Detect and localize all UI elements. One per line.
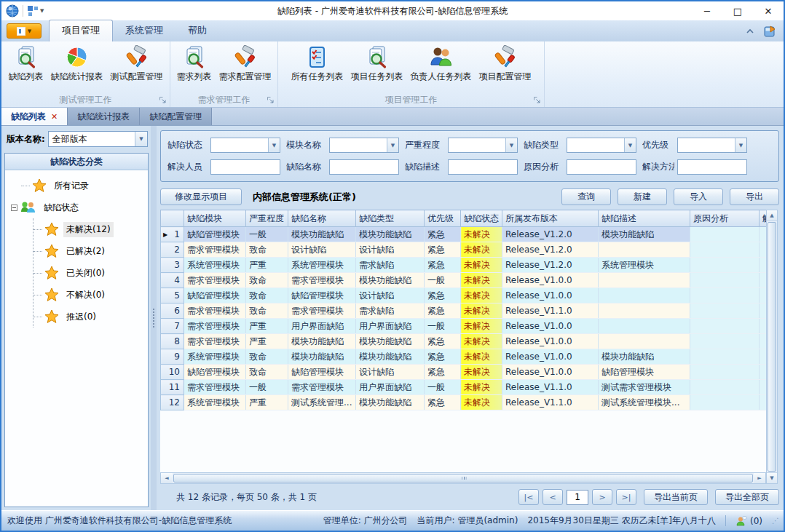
chevron-down-icon[interactable]: ▼ xyxy=(387,138,398,152)
tree-item-postponed[interactable]: 推迟(0) xyxy=(33,306,148,327)
table-row[interactable]: ▶8 需求管理模块 严重 模块功能缺陷 模块功能缺陷 紧急 未解决 Releas… xyxy=(161,334,767,349)
cell-module[interactable]: 系统管理模块 xyxy=(184,395,246,410)
cell-description[interactable] xyxy=(599,334,690,349)
cell-release[interactable]: Release_V1.0.0 xyxy=(502,273,599,288)
cell-name[interactable]: 模块功能缺陷 xyxy=(288,227,356,242)
vertical-scroll-thumb[interactable] xyxy=(768,222,776,472)
cell-cause[interactable] xyxy=(690,334,760,349)
cell-severity[interactable]: 致命 xyxy=(246,273,288,288)
cell-description[interactable] xyxy=(599,319,690,334)
cell-release[interactable]: Release_V1.0.0 xyxy=(502,334,599,349)
horizontal-scroll-thumb[interactable] xyxy=(173,474,753,483)
close-tab-icon[interactable]: ✕ xyxy=(51,112,58,122)
cell-module[interactable]: 缺陷管理模块 xyxy=(184,227,246,242)
cell-release[interactable]: Release_V1.0.0 xyxy=(502,288,599,303)
cell-status[interactable]: 未解决 xyxy=(461,365,502,380)
table-row[interactable]: ▶5 缺陷管理模块 致命 缺陷管理模块 设计缺陷 紧急 未解决 Release_… xyxy=(161,288,767,303)
table-row[interactable]: ▶3 系统管理模块 严重 系统管理模块 需求缺陷 紧急 未解决 Release_… xyxy=(161,258,767,273)
severity-select[interactable]: ▼ xyxy=(448,138,518,153)
solution-input[interactable] xyxy=(677,159,747,175)
cause-analysis-input[interactable] xyxy=(567,159,636,175)
tree-item-wont-fix[interactable]: 不解决(0) xyxy=(33,284,148,306)
resolver-input[interactable] xyxy=(210,159,280,175)
cell-priority[interactable]: 紧急 xyxy=(425,258,461,273)
cell-description[interactable] xyxy=(599,273,690,288)
dialog-launcher-icon[interactable] xyxy=(267,96,275,104)
row-number-cell[interactable]: ▶5 xyxy=(161,288,184,303)
cell-solution[interactable] xyxy=(760,380,767,395)
cell-type[interactable]: 模块功能缺陷 xyxy=(356,395,425,410)
cell-type[interactable]: 设计缺陷 xyxy=(356,365,425,380)
cell-description[interactable] xyxy=(599,303,690,319)
table-row[interactable]: ▶1 缺陷管理模块 一般 模块功能缺陷 模块功能缺陷 紧急 未解决 Releas… xyxy=(161,227,767,242)
cell-module[interactable]: 系统管理模块 xyxy=(184,349,246,365)
cell-priority[interactable]: 紧急 xyxy=(425,334,461,349)
quick-access-caret-icon[interactable]: ▼ xyxy=(40,8,44,14)
cell-solution[interactable] xyxy=(760,242,767,258)
import-button[interactable]: 导入 xyxy=(674,188,723,205)
cell-cause[interactable] xyxy=(690,227,760,242)
cell-type[interactable]: 需求缺陷 xyxy=(356,258,425,273)
col-header-severity[interactable]: 严重程度 xyxy=(246,210,288,227)
cell-type[interactable]: 用户界面缺陷 xyxy=(356,319,425,334)
cell-module[interactable]: 需求管理模块 xyxy=(184,273,246,288)
cell-module[interactable]: 需求管理模块 xyxy=(184,242,246,258)
tree-item-closed[interactable]: 已关闭(0) xyxy=(33,262,148,284)
cell-type[interactable]: 需求缺陷 xyxy=(356,303,425,319)
tree-item-resolved[interactable]: 已解决(2) xyxy=(33,240,148,262)
cell-cause[interactable] xyxy=(690,258,760,273)
cell-module[interactable]: 需求管理模块 xyxy=(184,303,246,319)
cell-solution[interactable] xyxy=(760,303,767,319)
resize-grip-icon[interactable]: ⋰ xyxy=(772,517,778,525)
cell-status[interactable]: 未解决 xyxy=(461,395,502,410)
export-current-page-button[interactable]: 导出当前页 xyxy=(644,489,708,505)
maximize-button[interactable]: □ xyxy=(722,1,753,20)
cell-type[interactable]: 模块功能缺陷 xyxy=(356,349,425,365)
cell-solution[interactable] xyxy=(760,227,767,242)
table-row[interactable]: ▶2 需求管理模块 致命 设计缺陷 设计缺陷 紧急 未解决 Release_V1… xyxy=(161,242,767,258)
cell-solution[interactable] xyxy=(760,288,767,303)
cell-module[interactable]: 缺陷管理模块 xyxy=(184,365,246,380)
row-number-cell[interactable]: ▶10 xyxy=(161,365,184,380)
doc-tab-defect-config[interactable]: 缺陷配置管理 xyxy=(140,108,212,125)
cell-status[interactable]: 未解决 xyxy=(461,334,502,349)
cell-priority[interactable]: 紧急 xyxy=(425,365,461,380)
cell-priority[interactable]: 一般 xyxy=(425,319,461,334)
ribbon-tab-system[interactable]: 系统管理 xyxy=(113,20,175,41)
cell-release[interactable]: Release_V1.1.0 xyxy=(502,380,599,395)
doc-tab-defect-report[interactable]: 缺陷统计报表 xyxy=(68,108,140,125)
cell-cause[interactable] xyxy=(690,303,760,319)
cell-cause[interactable] xyxy=(690,319,760,334)
project-tasks-button[interactable]: 项目任务列表 xyxy=(347,44,407,93)
page-number-input[interactable] xyxy=(567,490,588,505)
new-button[interactable]: 新建 xyxy=(618,188,667,205)
cell-release[interactable]: Release_V1.0.0 xyxy=(502,349,599,365)
cell-description[interactable]: 缺陷管理模块 xyxy=(599,365,690,380)
cell-status[interactable]: 未解决 xyxy=(461,380,502,395)
table-row[interactable]: ▶9 系统管理模块 致命 模块功能缺陷 模块功能缺陷 紧急 未解决 Releas… xyxy=(161,349,767,365)
cell-priority[interactable]: 紧急 xyxy=(425,303,461,319)
application-menu-button[interactable]: ▼ xyxy=(7,23,42,39)
ribbon-tab-help[interactable]: 帮助 xyxy=(175,20,219,41)
cell-status[interactable]: 未解决 xyxy=(461,303,502,319)
scroll-up-icon[interactable]: ▲ xyxy=(767,210,777,221)
col-header-description[interactable]: 缺陷描述 xyxy=(599,210,690,227)
cell-name[interactable]: 需求管理模块 xyxy=(288,303,356,319)
cell-release[interactable]: Release_V1.1.0 xyxy=(502,395,599,410)
defect-type-select[interactable]: ▼ xyxy=(567,138,636,153)
cell-type[interactable]: 设计缺陷 xyxy=(356,288,425,303)
scroll-down-icon[interactable]: ▼ xyxy=(767,472,777,483)
cell-module[interactable]: 系统管理模块 xyxy=(184,258,246,273)
cell-name[interactable]: 模块功能缺陷 xyxy=(288,349,356,365)
cell-cause[interactable] xyxy=(690,365,760,380)
cell-type[interactable]: 模块功能缺陷 xyxy=(356,334,425,349)
ribbon-tab-project[interactable]: 项目管理 xyxy=(49,20,113,41)
cell-release[interactable]: Release_V1.0.0 xyxy=(502,365,599,380)
version-select[interactable]: 全部版本 ▼ xyxy=(48,131,148,147)
row-number-cell[interactable]: ▶12 xyxy=(161,395,184,410)
cell-severity[interactable]: 致命 xyxy=(246,303,288,319)
table-row[interactable]: ▶11 需求管理模块 一般 需求管理模块 用户界面缺陷 一般 未解决 Relea… xyxy=(161,380,767,395)
table-row[interactable]: ▶7 需求管理模块 严重 用户界面缺陷 用户界面缺陷 一般 未解决 Releas… xyxy=(161,319,767,334)
cell-solution[interactable] xyxy=(760,258,767,273)
dialog-launcher-icon[interactable] xyxy=(533,96,541,104)
